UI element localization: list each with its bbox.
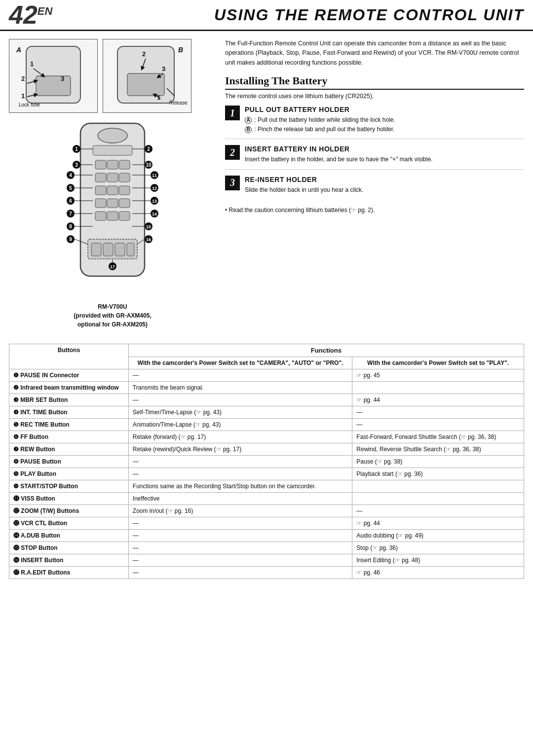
button-cell: ⓮ A.DUB Button bbox=[9, 530, 129, 542]
svg-text:Release tab: Release tab bbox=[169, 100, 189, 106]
table-row: ❷ Infrared beam transmitting windowTrans… bbox=[9, 382, 524, 394]
step-3-heading: RE-INSERT HOLDER bbox=[245, 176, 363, 183]
svg-rect-30 bbox=[119, 199, 130, 208]
step-1: 1 PULL OUT BATTERY HOLDER A : Pull out t… bbox=[225, 106, 524, 139]
camera-cell: Ineffective bbox=[128, 493, 352, 505]
camera-cell: — bbox=[128, 567, 352, 579]
battery-section-title: Installing The Battery bbox=[225, 74, 524, 90]
svg-rect-22 bbox=[95, 173, 106, 182]
note-text: • Read the caution concerning lithium ba… bbox=[225, 206, 524, 215]
svg-text:11: 11 bbox=[152, 173, 157, 178]
col-header-functions: Functions bbox=[128, 344, 524, 357]
play-cell: ☞ pg. 44 bbox=[352, 394, 524, 406]
svg-text:17: 17 bbox=[110, 264, 115, 269]
table-row: ⓱ R.A.EDIT Buttons—☞ pg. 46 bbox=[9, 567, 524, 579]
left-column: A 1 2 3 1 Lock hole bbox=[9, 39, 216, 333]
step-1-content: PULL OUT BATTERY HOLDER A : Pull out the… bbox=[245, 106, 395, 134]
svg-rect-27 bbox=[119, 186, 130, 195]
play-cell: Rewind, Reverse Shuttle Search (☞ pg. 36… bbox=[352, 443, 524, 456]
col-header-buttons: Buttons bbox=[9, 344, 129, 369]
button-cell: ❺ REC TIME Button bbox=[9, 419, 129, 431]
play-cell: Fast-Forward, Forward Shuttle Search (☞ … bbox=[352, 431, 524, 443]
button-cell: ⓭ VCR CTL Button bbox=[9, 517, 129, 530]
button-cell: ❻ FF Button bbox=[9, 431, 129, 443]
svg-rect-32 bbox=[107, 212, 118, 220]
functions-table-section: Buttons Functions With the camcorder's P… bbox=[0, 339, 533, 588]
play-cell: Playback start (☞ pg. 36) bbox=[352, 468, 524, 480]
camera-cell: — bbox=[128, 394, 352, 406]
camera-cell: — bbox=[128, 542, 352, 554]
svg-text:13: 13 bbox=[152, 199, 157, 204]
camera-cell: Transmits the beam signal. bbox=[128, 382, 352, 394]
step-2-content: INSERT BATTERY IN HOLDER Insert the batt… bbox=[245, 145, 432, 164]
table-row: ❿ START/STOP ButtonFunctions same as the… bbox=[9, 480, 524, 493]
table-row: ❸ MBR SET Button—☞ pg. 44 bbox=[9, 394, 524, 406]
step-1-body: A : Pull out the battery holder while sl… bbox=[245, 115, 395, 134]
svg-text:2: 2 bbox=[147, 146, 150, 152]
step-3-body: Slide the holder back in until you hear … bbox=[245, 185, 363, 195]
step-1-heading: PULL OUT BATTERY HOLDER bbox=[245, 106, 395, 113]
camera-cell: — bbox=[128, 530, 352, 542]
svg-text:Lock hole: Lock hole bbox=[19, 102, 40, 108]
svg-text:15: 15 bbox=[146, 224, 151, 229]
step-3: 3 RE-INSERT HOLDER Slide the holder back… bbox=[225, 176, 524, 200]
play-cell: ☞ pg. 46 bbox=[352, 567, 524, 579]
play-cell bbox=[352, 382, 524, 394]
table-row: ❺ REC TIME ButtonAnimation/Time-Lapse (☞… bbox=[9, 419, 524, 431]
svg-text:10: 10 bbox=[146, 162, 152, 168]
svg-text:2: 2 bbox=[21, 75, 25, 82]
svg-text:16: 16 bbox=[146, 237, 151, 242]
svg-rect-36 bbox=[103, 243, 113, 256]
svg-text:3: 3 bbox=[162, 65, 165, 72]
play-cell bbox=[352, 480, 524, 493]
page-number: 42EN bbox=[9, 2, 52, 28]
button-cell: ❹ INT. TIME Button bbox=[9, 406, 129, 419]
table-row: ⓭ VCR CTL Button—☞ pg. 44 bbox=[9, 517, 524, 530]
table-row: ❶ PAUSE IN Connector—☞ pg. 45 bbox=[9, 369, 524, 382]
button-cell: ❾ PLAY Button bbox=[9, 468, 129, 480]
svg-point-17 bbox=[98, 128, 127, 143]
svg-text:9: 9 bbox=[69, 237, 72, 242]
label-a: A bbox=[245, 117, 252, 124]
svg-text:7: 7 bbox=[69, 211, 72, 216]
button-cell: ❶ PAUSE IN Connector bbox=[9, 369, 129, 382]
svg-rect-24 bbox=[119, 173, 130, 182]
diagram-a-svg: A 1 2 3 1 Lock hole bbox=[11, 41, 95, 110]
chapter-title: USING THE REMOTE CONTROL UNIT bbox=[56, 6, 524, 24]
step-2-body: Insert the battery in the holder, and be… bbox=[245, 155, 432, 164]
svg-rect-25 bbox=[95, 186, 106, 195]
svg-rect-21 bbox=[119, 160, 130, 169]
step-3-content: RE-INSERT HOLDER Slide the holder back i… bbox=[245, 176, 363, 195]
button-cell: ⓰ INSERT Button bbox=[9, 554, 129, 567]
button-cell: ❼ REW Button bbox=[9, 443, 129, 456]
svg-rect-38 bbox=[127, 243, 134, 256]
button-cell: ❷ Infrared beam transmitting window bbox=[9, 382, 129, 394]
button-cell: ⓱ R.A.EDIT Buttons bbox=[9, 567, 129, 579]
col-header-play: With the camcorder's Power Switch set to… bbox=[352, 357, 524, 369]
camera-cell: — bbox=[128, 517, 352, 530]
right-column: The Full-Function Remote Control Unit ca… bbox=[225, 39, 524, 333]
camera-cell: — bbox=[128, 369, 352, 382]
button-cell: ⓯ STOP Button bbox=[9, 542, 129, 554]
svg-rect-20 bbox=[107, 160, 118, 169]
camera-cell: Self-Timer/Time-Lapse (☞ pg. 43) bbox=[128, 406, 352, 419]
camera-cell: Retake (forward) (☞ pg. 17) bbox=[128, 431, 352, 443]
camera-cell: Animation/Time-Lapse (☞ pg. 43) bbox=[128, 419, 352, 431]
svg-rect-35 bbox=[91, 243, 101, 256]
svg-rect-33 bbox=[119, 212, 130, 220]
page-header: 42EN USING THE REMOTE CONTROL UNIT bbox=[0, 0, 533, 31]
main-content: A 1 2 3 1 Lock hole bbox=[0, 31, 533, 333]
battery-diagrams: A 1 2 3 1 Lock hole bbox=[9, 39, 216, 113]
step-2-number: 2 bbox=[225, 145, 240, 160]
camera-cell: — bbox=[128, 456, 352, 468]
svg-text:6: 6 bbox=[69, 198, 72, 204]
svg-text:2: 2 bbox=[142, 50, 146, 58]
step-3-number: 3 bbox=[225, 176, 240, 190]
table-row: ⓯ STOP Button—Stop (☞ pg. 36) bbox=[9, 542, 524, 554]
svg-rect-18 bbox=[93, 145, 132, 155]
play-cell: ☞ pg. 44 bbox=[352, 517, 524, 530]
functions-table: Buttons Functions With the camcorder's P… bbox=[9, 344, 524, 579]
diagram-a: A 1 2 3 1 Lock hole bbox=[9, 39, 98, 113]
svg-rect-37 bbox=[115, 243, 125, 256]
play-cell: — bbox=[352, 419, 524, 431]
